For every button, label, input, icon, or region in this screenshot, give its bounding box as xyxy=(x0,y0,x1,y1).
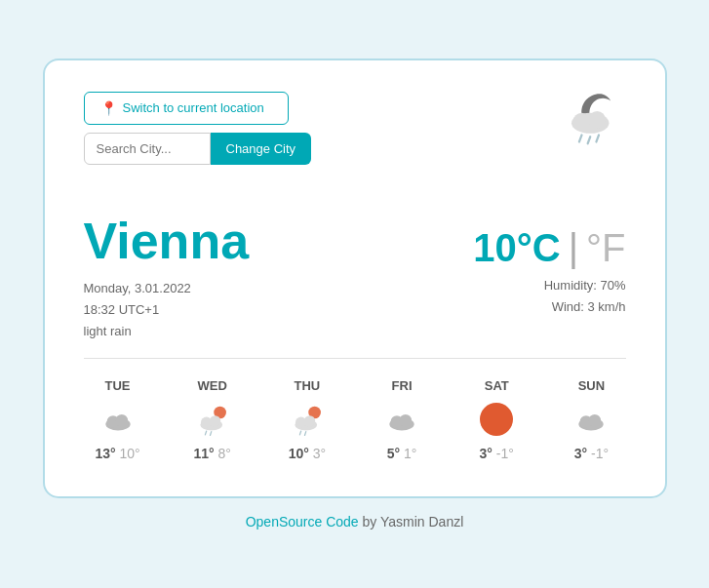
icon-sat xyxy=(480,401,513,438)
forecast-day-sat: SAT 3° -1° xyxy=(462,378,531,461)
meta-info-right: Humidity: 70% Wind: 3 km/h xyxy=(544,275,626,318)
temp-celsius: 10°C xyxy=(473,226,560,270)
weather-card: 📍 Switch to current location Change City… xyxy=(43,59,667,498)
pin-icon: 📍 xyxy=(100,100,117,116)
search-row: Change City xyxy=(84,133,312,165)
svg-line-14 xyxy=(210,432,211,436)
svg-point-26 xyxy=(589,414,602,427)
svg-point-1 xyxy=(572,113,590,131)
temp-fahrenheit: °F xyxy=(586,226,625,270)
temps-wed: 11° 8° xyxy=(193,446,230,461)
day-label-fri: FRI xyxy=(392,378,413,393)
condition: light rain xyxy=(84,321,626,342)
temps-sat: 3° -1° xyxy=(480,446,514,461)
forecast-day-fri: FRI 5° 1° xyxy=(368,378,436,461)
forecast-day-wed: WED 11° 8° xyxy=(178,378,247,461)
temps-fri: 5° 1° xyxy=(387,446,417,461)
svg-line-20 xyxy=(304,432,305,436)
temps-tue: 13° 10° xyxy=(95,446,139,461)
svg-point-2 xyxy=(588,111,606,129)
forecast-day-thu: THU 10° 3° xyxy=(273,378,341,461)
svg-line-5 xyxy=(596,135,599,141)
icon-wed xyxy=(194,401,231,438)
forecast-day-tue: TUE 13° 10° xyxy=(84,378,152,461)
humidity: Humidity: 70% xyxy=(544,275,626,296)
day-label-sun: SUN xyxy=(578,378,605,393)
forecast-day-sun: SUN 3° -1° xyxy=(557,378,625,461)
temperature-display: 10°C | °F xyxy=(473,226,625,270)
footer: OpenSource Code by Yasmin Danzl xyxy=(246,514,464,529)
temp-divider: | xyxy=(569,226,578,270)
icon-fri xyxy=(383,401,420,438)
icon-sun xyxy=(572,401,610,438)
svg-point-12 xyxy=(210,415,220,426)
svg-point-8 xyxy=(115,414,128,427)
wind: Wind: 3 km/h xyxy=(544,296,626,318)
change-city-button[interactable]: Change City xyxy=(211,133,312,165)
divider-line xyxy=(84,358,626,359)
top-controls: 📍 Switch to current location Change City xyxy=(84,92,312,165)
opensource-link[interactable]: OpenSource Code xyxy=(246,514,359,529)
temps-sun: 3° -1° xyxy=(574,446,609,461)
location-button[interactable]: 📍 Switch to current location xyxy=(84,92,289,125)
footer-suffix: by Yasmin Danzl xyxy=(359,514,464,529)
day-label-tue: TUE xyxy=(105,378,131,393)
day-label-thu: THU xyxy=(295,378,321,393)
svg-line-13 xyxy=(205,431,206,435)
svg-point-23 xyxy=(400,414,413,427)
temps-thu: 10° 3° xyxy=(289,446,326,461)
icon-tue xyxy=(99,401,137,438)
svg-line-19 xyxy=(299,431,300,435)
day-label-sat: SAT xyxy=(485,378,509,393)
main-weather-icon xyxy=(558,84,626,162)
day-label-wed: WED xyxy=(198,378,227,393)
search-input[interactable] xyxy=(84,133,211,165)
svg-point-18 xyxy=(304,415,315,426)
forecast-row: TUE 13° 10° WED xyxy=(84,378,626,461)
svg-line-4 xyxy=(587,137,590,143)
svg-line-3 xyxy=(578,135,581,141)
icon-thu xyxy=(289,401,326,438)
sun-circle-icon xyxy=(480,403,513,436)
